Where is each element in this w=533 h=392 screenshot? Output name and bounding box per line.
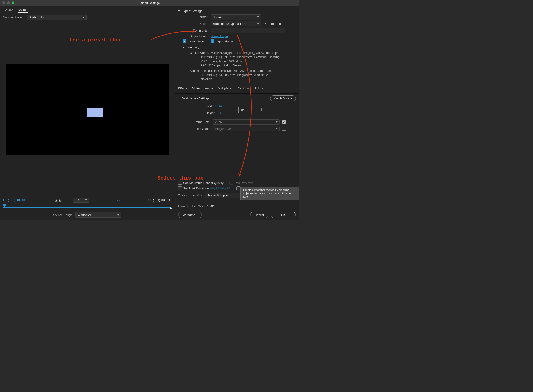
start-timecode-input[interactable]: 00;00;00;00 <box>210 187 230 190</box>
mark-in-icon[interactable]: ◢ <box>55 199 57 202</box>
set-start-timecode-checkbox[interactable] <box>178 187 182 190</box>
export-video-label: Export Video <box>188 39 205 43</box>
set-start-timecode-label: Set Start Timecode <box>183 187 209 190</box>
output-name-label: Output Name: <box>183 34 208 38</box>
preview-content <box>87 108 103 117</box>
height-value[interactable]: 1,080 <box>215 111 234 115</box>
source-scaling-label: Source Scaling: <box>3 16 24 19</box>
estimated-size-value: 1 MB <box>207 204 214 208</box>
fieldorder-label: Field Order: <box>187 127 211 131</box>
output-preview <box>6 64 169 155</box>
preview-pane: Source Output Source Scaling: Scale To F… <box>0 5 175 220</box>
tab-captions[interactable]: Captions <box>238 86 250 92</box>
framerate-dropdown[interactable]: 29.97 <box>213 119 280 125</box>
out-point-marker[interactable]: ◣ <box>170 205 172 209</box>
chevron-down-icon <box>85 200 87 201</box>
close-window-button[interactable] <box>2 1 5 4</box>
chevron-down-icon <box>276 121 278 123</box>
delete-preset-icon[interactable] <box>277 22 282 26</box>
tab-effects[interactable]: Effects <box>178 86 187 92</box>
tooltip: Creates smoother motion by blending adja… <box>241 187 299 200</box>
use-previews-label: Use Previews <box>234 181 253 185</box>
use-previews-checkbox <box>229 181 233 185</box>
save-preset-icon[interactable] <box>264 22 268 26</box>
link-icon[interactable] <box>239 108 245 111</box>
max-render-quality-label: Use Maximum Render Quality <box>183 181 223 185</box>
titlebar: Export Settings <box>0 0 299 5</box>
export-settings-header: Export Settings <box>182 9 202 13</box>
tab-audio[interactable]: Audio <box>205 86 213 92</box>
source-range-label: Source Range: <box>53 213 73 217</box>
summary-header: Summary <box>186 46 199 49</box>
estimated-size-label: Estimated File Size: <box>178 204 205 208</box>
import-preset-icon[interactable] <box>270 22 275 26</box>
chevron-down-icon <box>257 23 259 24</box>
preset-label: Preset: <box>183 22 208 26</box>
preset-dropdown[interactable]: YouTube 1080p Full HD <box>211 21 261 27</box>
tab-output[interactable]: Output <box>18 7 28 13</box>
zoom-fit-dropdown[interactable]: Fit <box>73 198 89 202</box>
source-range-dropdown[interactable]: Work Area <box>75 212 121 218</box>
tab-multiplexer[interactable]: Multiplexer <box>218 86 233 92</box>
source-scaling-dropdown[interactable]: Scale To Fit <box>27 15 87 20</box>
max-render-quality-checkbox[interactable] <box>178 181 182 185</box>
time-interpolation-label: Time Interpolation: <box>178 194 203 197</box>
format-label: Format: <box>183 15 208 19</box>
match-source-button[interactable]: Match Source <box>270 95 296 101</box>
traffic-lights <box>0 1 14 4</box>
cancel-button[interactable]: Cancel <box>250 212 268 218</box>
framerate-label: Frame Rate: <box>187 120 211 124</box>
width-value[interactable]: 1,920 <box>215 104 234 108</box>
render-alpha-checkbox[interactable] <box>236 187 240 190</box>
match-framerate-checkbox[interactable] <box>282 120 286 124</box>
current-timecode[interactable]: 00;00;00;00 <box>3 198 26 202</box>
disclosure-triangle-icon[interactable] <box>178 10 180 12</box>
basic-video-settings-header: Basic Video Settings <box>182 97 209 100</box>
chevron-down-icon <box>117 214 119 215</box>
tab-source[interactable]: Source <box>3 7 14 13</box>
output-name-link[interactable]: Comp 1.mp4 <box>211 34 228 38</box>
summary-block: Output: /var/fo...y5xqw40000gq/T/Untitle… <box>183 50 296 82</box>
match-dimensions-checkbox[interactable] <box>258 108 262 112</box>
export-video-checkbox[interactable] <box>183 39 186 43</box>
ok-button[interactable]: OK <box>271 212 296 218</box>
chevron-down-icon <box>257 16 259 18</box>
timeline[interactable]: ◣ <box>3 204 171 211</box>
duration-timecode: 00;00;00;20 <box>148 198 171 202</box>
metadata-button[interactable]: Metadata... <box>178 212 202 218</box>
timeline-track[interactable] <box>3 207 171 208</box>
zoom-window-button[interactable] <box>12 1 14 4</box>
mark-out-icon[interactable]: ◣ <box>59 199 61 202</box>
disclosure-triangle-icon[interactable] <box>178 98 180 99</box>
playhead[interactable] <box>3 204 6 207</box>
export-audio-checkbox[interactable] <box>211 39 214 43</box>
tab-publish[interactable]: Publish <box>255 86 265 92</box>
fieldorder-dropdown[interactable]: Progressive <box>213 126 280 131</box>
export-audio-label: Export Audio <box>216 39 233 43</box>
chevron-down-icon <box>83 17 84 18</box>
export-settings-window: Export Settings Source Output Source Sca… <box>0 0 299 220</box>
aspect-correction-icon[interactable]: ▭ <box>117 199 120 202</box>
window-title: Export Settings <box>139 1 160 5</box>
comments-label: Comments: <box>183 29 208 32</box>
format-dropdown[interactable]: H.264 <box>211 14 261 20</box>
height-label: Height: <box>187 111 215 115</box>
comments-input[interactable] <box>211 28 285 33</box>
match-fieldorder-checkbox[interactable] <box>282 127 286 131</box>
width-label: Width: <box>187 104 215 108</box>
minimize-window-button[interactable] <box>7 1 10 4</box>
chevron-down-icon <box>276 128 278 129</box>
disclosure-triangle-icon[interactable] <box>183 47 185 48</box>
tab-video[interactable]: Video <box>192 86 200 92</box>
